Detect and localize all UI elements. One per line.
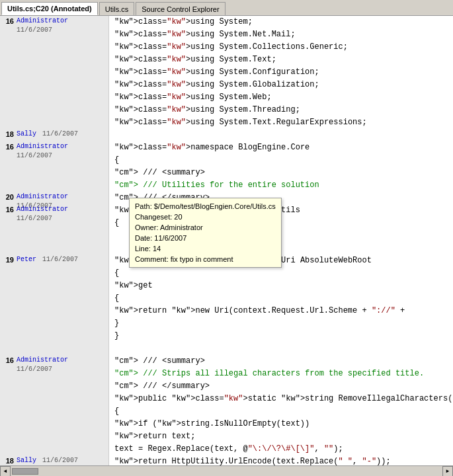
line-number: 16	[0, 16, 17, 25]
line-number	[0, 41, 17, 42]
gutter-row	[0, 229, 108, 242]
gutter-row	[0, 380, 108, 393]
gutter-row	[0, 430, 108, 443]
gutter-row	[0, 330, 108, 342]
tab-annotated[interactable]: Utils.cs;C20 (Annotated)	[1, 2, 98, 15]
annotation-tooltip: Path: $/Demo/test/BlogEngien.Core/Utils.…	[129, 198, 282, 268]
code-line: "kw">get	[109, 280, 453, 292]
gutter-row	[0, 91, 108, 104]
annotator-name: Administrator	[17, 356, 68, 364]
gutter-row: 20Administrator 11/6/2007	[0, 192, 108, 204]
horizontal-scrollbar[interactable]: ◄ ►	[0, 465, 453, 476]
tooltip-comment: Comment: fix typo in comment	[135, 254, 276, 264]
line-number	[0, 317, 17, 319]
annotator-name: Administrator	[17, 193, 68, 200]
annotator-name: Sally	[17, 130, 36, 138]
code-line	[109, 342, 453, 355]
line-number	[0, 418, 17, 419]
code-line: {	[109, 154, 453, 167]
gutter-row	[0, 267, 108, 280]
code-line: text = Regex.Replace(text, @"\:\/\?\#\[\…	[109, 443, 453, 456]
code-line: {	[109, 292, 453, 305]
gutter-row	[0, 242, 108, 255]
line-number	[0, 217, 17, 218]
code-line: "kw">class="kw">using System.Configurati…	[109, 66, 453, 79]
tooltip-date: Date: 11/6/2007	[135, 233, 276, 243]
gutter-row	[0, 66, 108, 79]
line-number	[0, 91, 17, 93]
line-number: 19	[0, 255, 17, 264]
annotator-name: Administrator	[17, 17, 68, 24]
line-number	[0, 430, 17, 432]
line-number	[0, 54, 17, 55]
line-number	[0, 393, 17, 394]
line-number	[0, 305, 17, 306]
annotation-date: 11/6/2007	[38, 256, 78, 263]
tab-utils[interactable]: Utils.cs	[99, 2, 134, 15]
gutter-row	[0, 54, 108, 66]
line-number: 16	[0, 355, 17, 364]
main-container: 16Administrator 11/6/200718Sally 11/6/20…	[0, 16, 453, 465]
code-line: "kw">class="kw">using System.Net.Mail;	[109, 28, 453, 41]
code-line: "cm"> /// </summary>	[109, 380, 453, 393]
code-line	[109, 129, 453, 141]
gutter-row	[0, 79, 108, 91]
code-line: {	[109, 405, 453, 418]
scrollbar-track[interactable]	[12, 468, 441, 475]
gutter-row	[0, 443, 108, 456]
scroll-left-button[interactable]: ◄	[0, 466, 11, 477]
gutter-row	[0, 292, 108, 305]
code-line: "kw">class="kw">using System.Threading;	[109, 104, 453, 116]
tabs-bar: Utils.cs;C20 (Annotated) Utils.cs Source…	[0, 0, 453, 16]
code-line: "cm"> /// <summary>	[109, 167, 453, 179]
annotation-date: 11/6/2007	[38, 130, 78, 138]
gutter-row	[0, 393, 108, 405]
code-line: "cm"> /// Strips all illegal characters …	[109, 368, 453, 380]
line-number	[0, 330, 17, 331]
code-line: }	[109, 317, 453, 330]
gutter-row: 16Administrator 11/6/2007	[0, 16, 108, 28]
code-line: "kw">class="kw">using System.Collections…	[109, 41, 453, 54]
scroll-right-button[interactable]: ►	[442, 466, 453, 477]
code-line: "kw">if ("kw">string.IsNullOrEmpty(text)…	[109, 418, 453, 430]
line-number	[0, 267, 17, 268]
line-number	[0, 405, 17, 407]
annotation-gutter: 16Administrator 11/6/200718Sally 11/6/20…	[0, 16, 109, 465]
code-line: "cm"> /// Utilities for the entire solut…	[109, 179, 453, 192]
annotation-info[interactable]: Peter 11/6/2007	[17, 255, 78, 264]
line-number	[0, 28, 17, 30]
gutter-row	[0, 280, 108, 292]
code-area[interactable]: "kw">class="kw">using System;"kw">class=…	[109, 16, 453, 465]
gutter-row	[0, 167, 108, 179]
line-number	[0, 104, 17, 105]
line-number	[0, 229, 17, 231]
tooltip-changeset: Changeset: 20	[135, 212, 276, 222]
gutter-row	[0, 154, 108, 167]
tab-source-control[interactable]: Source Control Explorer	[136, 2, 225, 15]
code-line: "kw">class="kw">namespace BlogEngine.Cor…	[109, 141, 453, 154]
line-number	[0, 116, 17, 118]
code-line: {	[109, 267, 453, 280]
gutter-row: 19Peter 11/6/2007	[0, 255, 108, 267]
gutter-row: 16Administrator 11/6/2007	[0, 355, 108, 368]
line-number	[0, 342, 17, 344]
gutter-row	[0, 41, 108, 54]
line-number	[0, 66, 17, 67]
line-number	[0, 443, 17, 444]
gutter-row	[0, 179, 108, 192]
gutter-row	[0, 368, 108, 380]
annotation-info[interactable]: Sally 11/6/2007	[17, 129, 78, 138]
line-number: 16	[0, 204, 17, 214]
scrollbar-thumb[interactable]	[12, 468, 38, 475]
line-number	[0, 242, 17, 243]
annotator-name: Sally	[17, 457, 36, 464]
gutter-row	[0, 405, 108, 418]
code-line: "kw">class="kw">using System.Text;	[109, 54, 453, 66]
gutter-row	[0, 28, 108, 41]
line-number: 20	[0, 192, 17, 201]
annotation-info[interactable]: Sally 11/6/2007	[17, 456, 78, 465]
gutter-row	[0, 305, 108, 317]
line-number	[0, 380, 17, 381]
code-line: }	[109, 330, 453, 342]
gutter-row	[0, 317, 108, 330]
